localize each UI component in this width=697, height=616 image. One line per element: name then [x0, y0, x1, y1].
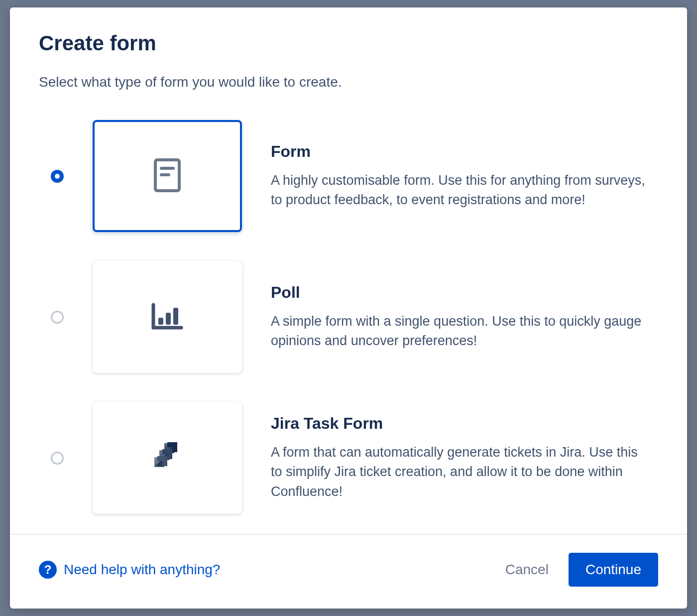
modal-footer: ? Need help with anything? Cancel Contin… [10, 534, 687, 611]
option-poll-desc: A simple form with a single question. Us… [271, 312, 648, 351]
continue-button[interactable]: Continue [569, 553, 658, 587]
option-jira-text: Jira Task Form A form that can automatic… [271, 414, 658, 501]
modal-subtitle: Select what type of form you would like … [39, 74, 658, 90]
form-type-options: Form A highly customisable form. Use thi… [39, 120, 658, 514]
option-jira-desc: A form that can automatically generate t… [271, 443, 648, 501]
option-form-title: Form [271, 142, 648, 161]
option-jira-title: Jira Task Form [271, 414, 648, 433]
poll-icon [151, 303, 183, 332]
help-icon: ? [39, 561, 57, 579]
modal-title: Create form [39, 31, 658, 55]
radio-form[interactable] [51, 170, 64, 183]
svg-rect-5 [158, 318, 163, 325]
radio-jira[interactable] [51, 452, 64, 465]
create-form-modal: Create form Select what type of form you… [10, 7, 687, 609]
modal-body: Create form Select what type of form you… [10, 7, 687, 534]
option-poll[interactable]: Poll A simple form with a single questio… [51, 261, 658, 373]
svg-rect-6 [166, 313, 171, 325]
option-form-desc: A highly customisable form. Use this for… [271, 171, 648, 210]
option-jira[interactable]: Jira Task Form A form that can automatic… [51, 402, 658, 514]
card-jira[interactable] [93, 402, 242, 514]
jira-icon [149, 439, 185, 477]
svg-rect-7 [173, 308, 178, 325]
card-form[interactable] [93, 120, 242, 232]
card-poll[interactable] [93, 261, 242, 373]
help-link-label: Need help with anything? [64, 562, 220, 578]
radio-poll[interactable] [51, 311, 64, 324]
help-link[interactable]: ? Need help with anything? [39, 561, 220, 579]
cancel-button[interactable]: Cancel [505, 562, 549, 578]
option-poll-text: Poll A simple form with a single questio… [271, 283, 658, 351]
option-form-text: Form A highly customisable form. Use thi… [271, 142, 658, 210]
footer-actions: Cancel Continue [505, 553, 658, 587]
form-icon [154, 158, 181, 194]
option-poll-title: Poll [271, 283, 648, 302]
option-form[interactable]: Form A highly customisable form. Use thi… [51, 120, 658, 232]
